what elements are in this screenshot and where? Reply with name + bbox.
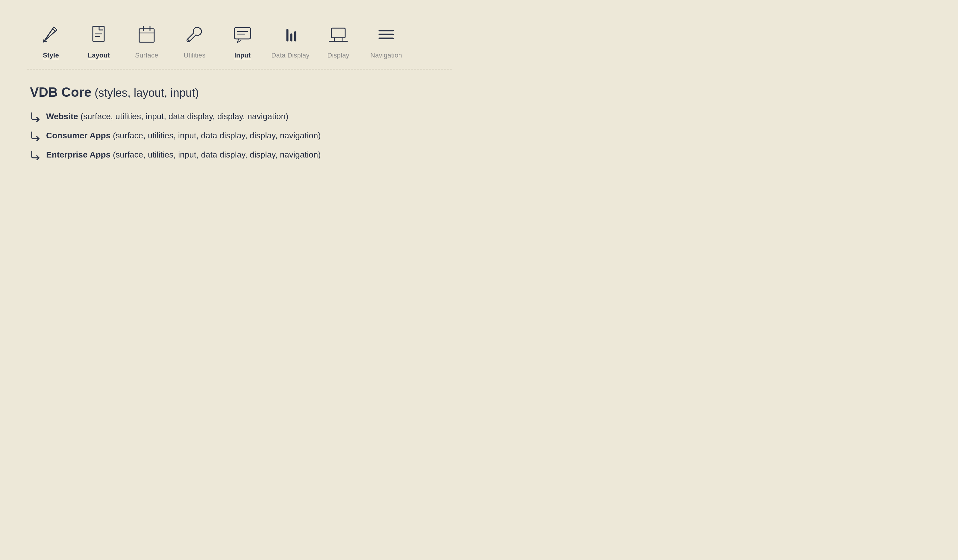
- icon-item-layout[interactable]: Layout: [75, 24, 123, 59]
- chat-icon: [232, 24, 253, 45]
- icon-item-style[interactable]: Style: [27, 24, 75, 59]
- enterprise-apps-label-bold: Enterprise Apps: [46, 150, 111, 159]
- divider: [27, 69, 452, 70]
- content-section: VDB Core (styles, layout, input) Website…: [27, 84, 452, 160]
- website-text: Website (surface, utilities, input, data…: [46, 112, 288, 121]
- calendar-icon: [136, 24, 157, 45]
- arrow-return-icon-2: [30, 130, 41, 141]
- icon-item-navigation[interactable]: Navigation: [362, 24, 410, 59]
- sub-item-enterprise-apps: Enterprise Apps (surface, utilities, inp…: [30, 149, 452, 160]
- svg-point-12: [188, 40, 189, 41]
- website-label-normal: (surface, utilities, input, data display…: [78, 112, 288, 121]
- layout-label: Layout: [88, 51, 109, 59]
- vdb-core-title: VDB Core (styles, layout, input): [30, 84, 452, 100]
- enterprise-apps-label-normal: (surface, utilities, input, data display…: [111, 150, 320, 159]
- icon-item-display[interactable]: Display: [314, 24, 362, 59]
- data-display-label: Data Display: [271, 51, 309, 59]
- navigation-label: Navigation: [370, 51, 402, 59]
- bar-chart-icon: [280, 24, 301, 45]
- vdb-title-normal: (styles, layout, input): [91, 87, 199, 99]
- consumer-apps-label-normal: (surface, utilities, input, data display…: [111, 131, 320, 140]
- icon-item-surface[interactable]: Surface: [123, 24, 171, 59]
- document-icon: [88, 24, 109, 45]
- consumer-apps-text: Consumer Apps (surface, utilities, input…: [46, 131, 321, 140]
- sub-item-website: Website (surface, utilities, input, data…: [30, 111, 452, 122]
- arrow-return-icon: [30, 111, 41, 122]
- utilities-label: Utilities: [184, 51, 206, 59]
- icon-item-data-display[interactable]: Data Display: [266, 24, 314, 59]
- laptop-icon: [328, 24, 349, 45]
- svg-rect-13: [235, 27, 251, 39]
- website-label-bold: Website: [46, 112, 78, 121]
- svg-line-4: [52, 29, 56, 32]
- wrench-icon: [184, 24, 205, 45]
- page-container: Style Layout Surface: [0, 0, 479, 280]
- pencil-icon: [40, 24, 61, 45]
- icon-item-utilities[interactable]: Utilities: [171, 24, 219, 59]
- sub-item-consumer-apps: Consumer Apps (surface, utilities, input…: [30, 130, 452, 141]
- svg-rect-19: [331, 28, 345, 38]
- surface-label: Surface: [135, 51, 158, 59]
- vdb-title-bold: VDB Core: [30, 85, 91, 100]
- style-label: Style: [43, 51, 59, 59]
- svg-rect-8: [139, 29, 154, 42]
- enterprise-apps-text: Enterprise Apps (surface, utilities, inp…: [46, 150, 321, 160]
- consumer-apps-label-bold: Consumer Apps: [46, 131, 111, 140]
- hamburger-icon: [376, 24, 397, 45]
- input-label: Input: [235, 51, 251, 59]
- display-label: Display: [327, 51, 349, 59]
- arrow-return-icon-3: [30, 149, 41, 160]
- icon-item-input[interactable]: Input: [219, 24, 266, 59]
- icons-row: Style Layout Surface: [27, 24, 452, 59]
